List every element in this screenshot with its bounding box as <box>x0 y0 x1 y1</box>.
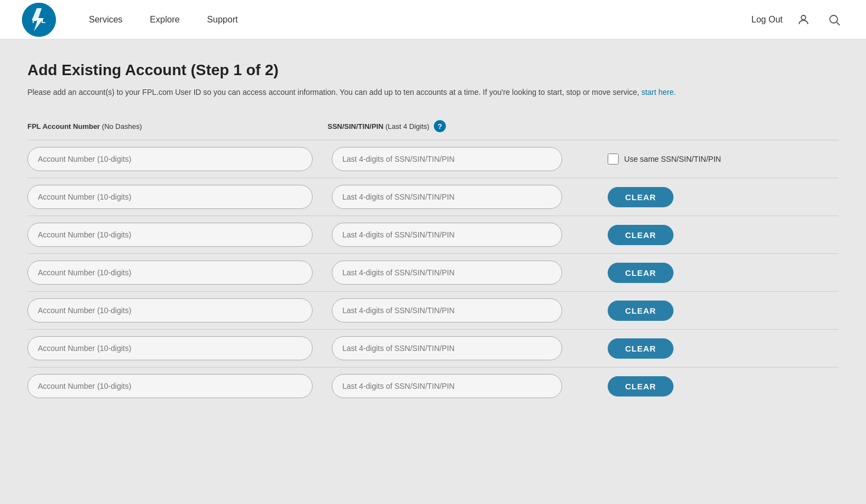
col-header-ssn: SSN/SIN/TIN/PIN (Last 4 Digits) ? <box>327 115 603 140</box>
table-row: CLEAR <box>27 216 839 254</box>
table-row: CLEAR <box>27 292 839 330</box>
main-nav: Services Explore Support <box>89 15 751 25</box>
clear-button-2[interactable]: CLEAR <box>608 187 673 207</box>
ssn-input-6[interactable] <box>332 336 562 360</box>
svg-point-3 <box>830 15 837 23</box>
clear-button-3[interactable]: CLEAR <box>608 225 673 245</box>
account-number-input-4[interactable] <box>27 261 313 285</box>
header-right: Log Out <box>751 10 844 30</box>
ssn-input-5[interactable] <box>332 298 562 322</box>
ssn-help-icon[interactable]: ? <box>434 120 446 132</box>
logout-button[interactable]: Log Out <box>751 15 783 25</box>
table-row: CLEAR <box>27 367 839 405</box>
use-same-label[interactable]: Use same SSN/SIN/TIN/PIN <box>624 155 721 163</box>
table-row: CLEAR <box>27 330 839 367</box>
ssn-input-1[interactable] <box>332 147 562 171</box>
page-description: Please add an account(s) to your FPL.com… <box>27 87 839 98</box>
ssn-input-7[interactable] <box>332 374 562 398</box>
user-icon[interactable] <box>794 10 813 30</box>
nav-support[interactable]: Support <box>207 15 238 25</box>
site-header: FPL Services Explore Support Log Out <box>0 0 866 39</box>
col-header-account: FPL Account Number (No Dashes) <box>27 115 327 140</box>
ssn-input-2[interactable] <box>332 185 562 209</box>
table-row: Use same SSN/SIN/TIN/PIN <box>27 140 839 178</box>
account-number-input-5[interactable] <box>27 298 313 322</box>
account-number-input-6[interactable] <box>27 336 313 360</box>
col-header-action <box>603 115 839 140</box>
ssn-input-3[interactable] <box>332 223 562 247</box>
use-same-checkbox[interactable] <box>608 154 619 165</box>
search-icon[interactable] <box>824 10 844 30</box>
logo-circle: FPL <box>22 3 56 37</box>
start-here-link[interactable]: start here. <box>641 88 676 97</box>
account-number-input-3[interactable] <box>27 223 313 247</box>
table-row: CLEAR <box>27 254 839 292</box>
account-number-input-1[interactable] <box>27 147 313 171</box>
clear-button-6[interactable]: CLEAR <box>608 338 673 359</box>
main-content: Add Existing Account (Step 1 of 2) Pleas… <box>0 39 866 427</box>
nav-services[interactable]: Services <box>89 15 122 25</box>
clear-button-4[interactable]: CLEAR <box>608 263 673 283</box>
clear-button-5[interactable]: CLEAR <box>608 301 673 321</box>
logo[interactable]: FPL <box>22 3 56 37</box>
use-same-checkbox-wrap: Use same SSN/SIN/TIN/PIN <box>608 154 839 165</box>
nav-explore[interactable]: Explore <box>150 15 179 25</box>
page-title: Add Existing Account (Step 1 of 2) <box>27 61 839 79</box>
account-number-input-7[interactable] <box>27 374 313 398</box>
account-number-input-2[interactable] <box>27 185 313 209</box>
svg-point-2 <box>801 15 806 20</box>
svg-line-4 <box>837 22 840 25</box>
table-row: CLEAR <box>27 178 839 216</box>
ssn-input-4[interactable] <box>332 261 562 285</box>
clear-button-7[interactable]: CLEAR <box>608 376 673 397</box>
logo-svg: FPL <box>22 3 56 37</box>
account-form-table: FPL Account Number (No Dashes) SSN/SIN/T… <box>27 115 839 405</box>
